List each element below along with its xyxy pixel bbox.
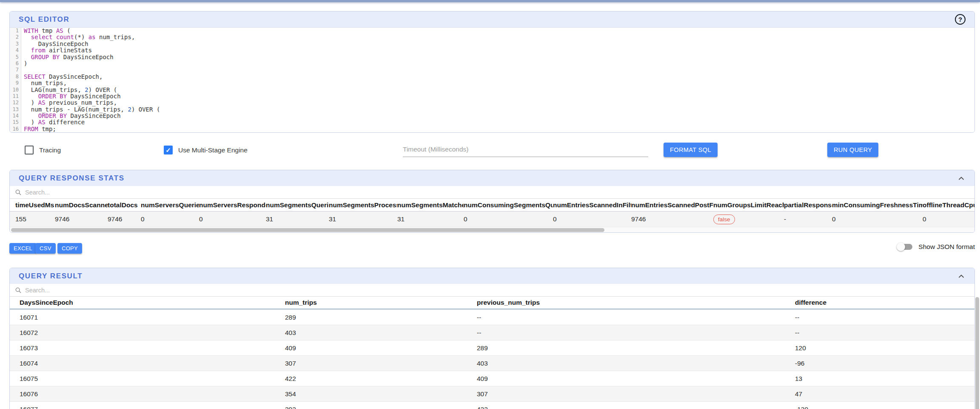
stats-cell: 155 (15, 215, 55, 223)
vertical-scrollbar-thumb[interactable] (975, 297, 979, 409)
result-column-header: difference (795, 299, 974, 306)
multi-stage-engine-checkbox[interactable]: ✓ Use Multi-Stage Engine (164, 146, 248, 154)
code-token: LAG(num_trips, (24, 86, 85, 93)
stats-cell: 31 (397, 215, 464, 223)
line-number: 12 (10, 100, 21, 106)
stats-cell: 9746 (631, 215, 713, 223)
code-token: ) (24, 99, 38, 106)
result-cell: 16073 (20, 344, 285, 352)
code-token: tmp (38, 27, 56, 34)
line-number: 1 (10, 28, 21, 34)
toggle-switch-off-icon (898, 244, 912, 250)
code-text: select count(*) as num_trips, (21, 34, 135, 40)
code-text: ) AS difference (21, 119, 85, 126)
stats-cell: 0 (464, 215, 553, 223)
code-text (21, 67, 27, 73)
code-token: num_trips, (24, 80, 67, 86)
code-line: 1WITH tmp AS ( (10, 28, 974, 34)
result-search-input[interactable] (25, 287, 969, 294)
help-icon[interactable]: ? (955, 14, 966, 25)
stats-column-header: numGroupsLimitReached (713, 201, 784, 209)
checkbox-checked-icon: ✓ (164, 146, 173, 154)
collapse-chevron-up-icon[interactable] (957, 272, 966, 280)
line-number: 5 (10, 54, 21, 60)
stats-column-header: numServersQueried (141, 201, 199, 209)
result-column-header: DaysSinceEpoch (20, 299, 285, 306)
result-cell: 307 (477, 390, 795, 398)
line-number: 11 (10, 93, 21, 100)
format-sql-button[interactable]: FORMAT SQL (664, 143, 718, 157)
timeout-input[interactable] (403, 143, 648, 157)
code-token: tmp; (38, 126, 56, 132)
stats-cell: 0 (553, 215, 631, 223)
code-line: 8SELECT DaysSinceEpoch, (10, 74, 974, 80)
copy-button[interactable]: COPY (57, 243, 82, 254)
code-token: difference (46, 119, 85, 126)
result-table-body: 16071289----16072403----1607340928912016… (10, 309, 974, 409)
stats-column-header: numEntriesScannedPostFilter (631, 201, 713, 209)
result-cell: 409 (477, 375, 795, 383)
stats-cell: 9746 (108, 215, 141, 223)
code-token: previous_num_trips, (46, 99, 117, 106)
line-number: 4 (10, 47, 21, 54)
code-token: num_trips - LAG(num_trips, (24, 106, 128, 113)
stats-cell: 31 (266, 215, 329, 223)
stats-column-header: numServersResponded (199, 201, 266, 209)
stats-cell: 0 (832, 215, 923, 223)
line-number: 15 (10, 119, 21, 126)
code-token: ) (24, 119, 38, 126)
sql-code-editor[interactable]: 1WITH tmp AS (2 select count(*) as num_t… (10, 27, 974, 132)
line-number: 9 (10, 80, 21, 86)
code-line: 9 num_trips, (10, 80, 974, 86)
horizontal-scrollbar-thumb[interactable] (11, 228, 604, 232)
code-token (24, 47, 31, 54)
code-token (52, 34, 56, 40)
csv-button[interactable]: CSV (35, 243, 56, 254)
code-line: 3 DaysSinceEpoch (10, 41, 974, 47)
stats-cell: 31 (329, 215, 397, 223)
result-table-row: 16071289---- (10, 309, 974, 325)
stats-column-header: numSegmentsProcessed (329, 201, 397, 209)
line-number: 6 (10, 60, 21, 67)
line-number: 3 (10, 41, 21, 47)
stats-table-header-row: timeUsedMsnumDocsScannedtotalDocsnumServ… (10, 199, 974, 212)
result-table-row: 1607635430747 (10, 386, 974, 401)
code-text: GROUP BY DaysSinceEpoch (21, 54, 114, 60)
result-cell: 16071 (20, 314, 285, 321)
tracing-checkbox[interactable]: Tracing (25, 146, 61, 154)
stats-cell: 0 (141, 215, 199, 223)
result-cell: 120 (795, 344, 974, 352)
result-cell: -96 (795, 360, 974, 367)
code-token: num_trips, (96, 34, 135, 40)
code-token: AS (38, 99, 46, 106)
query-result-panel: QUERY RESULT DaysSinceEpochnum_tripsprev… (9, 268, 975, 409)
result-cell: -- (795, 329, 974, 337)
result-cell: -130 (795, 406, 974, 409)
code-token: ( (63, 27, 71, 34)
result-cell: -- (477, 314, 795, 321)
line-number: 2 (10, 34, 21, 40)
stats-cell: - (784, 215, 832, 223)
stats-column-header: numConsumingSegmentsQueried (464, 201, 553, 209)
run-query-button[interactable]: RUN QUERY (827, 143, 878, 157)
result-cell: 292 (285, 406, 477, 409)
export-controls: EXCEL CSV COPY Show JSON format (9, 233, 975, 268)
stats-column-header: totalDocs (108, 201, 141, 209)
query-result-header: QUERY RESULT (10, 268, 974, 284)
line-number: 10 (10, 87, 21, 93)
stats-column-header: minConsumingFreshnessTimeMs (832, 201, 923, 209)
show-json-toggle[interactable]: Show JSON format (898, 243, 975, 251)
code-line: 12 ) AS previous_num_trips, (10, 100, 974, 106)
query-response-stats-header: QUERY RESPONSE STATS (10, 170, 974, 186)
code-line: 10 LAG(num_trips, 2) OVER ( (10, 87, 974, 93)
checkbox-unchecked-icon (25, 146, 34, 154)
result-cell: 16076 (20, 390, 285, 398)
collapse-chevron-up-icon[interactable] (957, 174, 966, 183)
code-token (24, 34, 31, 40)
code-token: 2 (128, 106, 131, 113)
code-line: 4 from airlineStats (10, 47, 974, 54)
excel-button[interactable]: EXCEL (9, 243, 37, 254)
stats-search-input[interactable] (25, 189, 969, 196)
code-token: as (88, 34, 96, 40)
result-cell: 13 (795, 375, 974, 383)
